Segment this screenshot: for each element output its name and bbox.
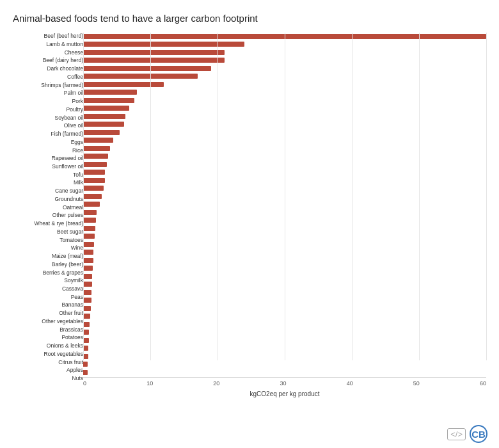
bar	[83, 354, 88, 359]
bar	[83, 338, 89, 343]
bar-row	[83, 201, 486, 208]
x-tick: 10	[147, 380, 153, 387]
bar-row	[83, 169, 486, 176]
y-label: Groundnuts	[55, 196, 83, 203]
bar	[83, 250, 93, 255]
bar-row	[83, 369, 486, 376]
y-label: Tofu	[73, 171, 83, 178]
bar-row	[83, 177, 486, 184]
bar	[83, 58, 225, 63]
bar	[83, 226, 95, 231]
bar	[83, 114, 125, 119]
y-label: Maize (meal)	[52, 253, 83, 260]
bar	[83, 154, 108, 159]
bar-row	[83, 49, 486, 56]
bar	[83, 178, 105, 183]
y-label: Coffee	[67, 74, 83, 81]
x-tick: 30	[280, 380, 286, 387]
watermark: </> CB	[447, 425, 487, 443]
y-label: Citrus fruit	[58, 358, 83, 365]
bar	[83, 210, 97, 215]
bar	[83, 50, 225, 55]
y-label: Cane sugar	[55, 188, 83, 195]
y-label: Tomatoes	[59, 236, 83, 243]
bar	[83, 282, 92, 287]
x-tick: 40	[347, 380, 353, 387]
bar-row	[83, 297, 486, 304]
bar-row	[83, 313, 486, 320]
bar	[83, 122, 124, 127]
bar	[83, 330, 89, 335]
watermark-cb-icon: CB	[470, 425, 487, 443]
bar-row	[83, 241, 486, 248]
bar-row	[83, 329, 486, 336]
y-label: Fish (farmed)	[51, 131, 83, 138]
bar	[83, 242, 94, 247]
bar-row	[83, 105, 486, 112]
bar	[83, 322, 90, 327]
bars-inner	[83, 33, 486, 376]
y-label: Cassava	[62, 285, 83, 292]
chart-container: Animal-based foods tend to have a larger…	[0, 0, 499, 448]
bar	[83, 186, 104, 191]
y-label: Potatoes	[61, 334, 83, 341]
bar-row	[83, 337, 486, 344]
y-label: Milk	[74, 179, 83, 186]
y-label: Barley (beer)	[52, 261, 83, 268]
y-label: Brassicas	[59, 326, 83, 333]
y-label: Rice	[72, 147, 83, 154]
y-label: Beef (beef herd)	[44, 33, 83, 40]
y-label: Peas	[71, 294, 83, 301]
x-axis-label: kgCO2eq per kg product	[83, 390, 486, 397]
y-label: Other fruit	[59, 310, 83, 317]
y-label: Nuts	[72, 375, 83, 382]
x-axis: 0102030405060	[83, 377, 486, 387]
bar	[83, 290, 91, 295]
bar	[83, 258, 93, 263]
bar	[83, 234, 95, 239]
bar	[83, 34, 486, 39]
bar-row	[83, 153, 486, 160]
bar-row	[83, 257, 486, 264]
bar	[83, 218, 96, 223]
grid-line	[486, 33, 487, 360]
bar	[83, 314, 90, 319]
y-label: Berries & grapes	[43, 269, 83, 276]
bar-row	[83, 193, 486, 200]
y-label: Rapeseed oil	[51, 155, 83, 162]
y-label: Beef (dairy herd)	[43, 57, 83, 64]
y-label: Lamb & mutton	[46, 41, 83, 48]
bar	[83, 74, 198, 79]
x-tick: 60	[480, 380, 486, 387]
bar-row	[83, 345, 486, 352]
y-label: Soymilk	[64, 277, 83, 284]
bar	[83, 306, 91, 311]
bar	[83, 266, 93, 271]
y-label: Pork	[72, 98, 83, 105]
y-label: Shrimps (farmed)	[41, 81, 83, 88]
bar	[83, 98, 134, 103]
bar-row	[83, 161, 486, 168]
chart-title: Animal-based foods tend to have a larger…	[13, 13, 486, 24]
bar-row	[83, 209, 486, 216]
bar	[83, 106, 129, 111]
watermark-code-icon: </>	[447, 428, 466, 440]
bar-row	[83, 81, 486, 88]
bar-row	[83, 289, 486, 296]
y-label: Beet sugar	[57, 228, 83, 236]
bar	[83, 66, 211, 71]
y-label: Oatmeal	[63, 204, 83, 211]
x-tick: 20	[213, 380, 219, 387]
y-label: Other vegetables	[42, 318, 83, 325]
bar-row	[83, 249, 486, 256]
bar-row	[83, 145, 486, 152]
bar-row	[83, 225, 486, 232]
y-label: Dark chocolate	[47, 65, 83, 72]
bar-row	[83, 129, 486, 136]
bar	[83, 370, 88, 375]
bar	[83, 298, 91, 303]
y-label: Onions & leeks	[47, 342, 83, 349]
chart-area: Beef (beef herd)Lamb & muttonCheeseBeef …	[13, 33, 486, 397]
y-label: Apples	[67, 367, 83, 374]
bar	[83, 130, 120, 135]
